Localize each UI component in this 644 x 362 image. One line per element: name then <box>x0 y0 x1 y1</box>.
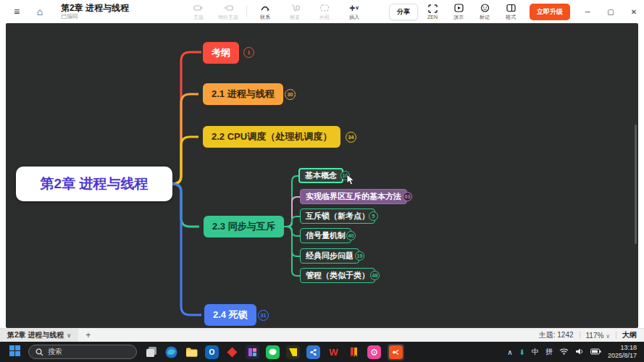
edge-browser-icon[interactable] <box>164 345 178 359</box>
diamond-app-icon[interactable] <box>225 345 239 359</box>
canvas-scrollbar[interactable] <box>635 125 637 244</box>
topic-kaogang[interactable]: 考纲 <box>203 42 239 64</box>
subtopic-mutex-lock[interactable]: 互斥锁（新考点） <box>300 209 375 224</box>
topic-2-2[interactable]: 2.2 CPU调度（处理机调度） <box>203 126 340 148</box>
search-input[interactable]: 搜索 <box>28 345 137 359</box>
subtopic-basic-concepts[interactable]: 基本概念 <box>298 168 343 183</box>
outline-button[interactable]: 大纲 <box>622 330 637 340</box>
collapse-badge[interactable]: 63 <box>403 192 412 201</box>
tray-chevron-up-icon[interactable]: ∧ <box>507 348 512 356</box>
topic-button[interactable]: 主题 <box>187 3 210 21</box>
time: 13:18 <box>608 344 637 352</box>
zen-mode-icon <box>428 4 438 14</box>
collapse-badge[interactable]: 34 <box>346 132 356 143</box>
outlook-icon[interactable]: O <box>205 345 219 359</box>
notes-app-icon[interactable] <box>286 345 300 359</box>
summary-button[interactable]: 概要 <box>283 3 306 21</box>
volume-icon[interactable] <box>575 348 584 357</box>
media-app-icon[interactable] <box>367 345 381 359</box>
subtopic-icon <box>223 3 233 13</box>
hamburger-menu-icon[interactable]: ≡ <box>9 4 25 20</box>
mouse-cursor-icon <box>345 174 356 190</box>
subtopic-button[interactable]: 细分主题 <box>217 3 240 21</box>
subtopic-classic-sync[interactable]: 经典同步问题 <box>300 248 359 264</box>
upgrade-button[interactable]: 立即升级 <box>530 4 570 20</box>
wps-icon[interactable]: W <box>327 345 340 359</box>
document-title: 第2章 进程与线程 <box>61 4 129 13</box>
topic-2-1[interactable]: 2.1 进程与线程 <box>203 83 283 105</box>
collapse-badge[interactable]: 48 <box>370 271 380 280</box>
present-button[interactable]: 演示 <box>447 3 470 21</box>
marker-button[interactable]: 标记 <box>473 3 496 21</box>
bookmark-app-icon[interactable] <box>347 345 361 359</box>
clock[interactable]: 13:18 2025/8/17 <box>608 344 637 361</box>
close-button[interactable]: ✕ <box>624 1 644 22</box>
topic-2-3[interactable]: 2.3 同步与互斥 <box>204 216 284 237</box>
smiley-icon <box>480 3 490 13</box>
zoom-control[interactable]: 117% ∨ <box>586 332 610 340</box>
maximize-button[interactable]: ▢ <box>601 1 621 22</box>
toolbar-divider <box>246 6 247 17</box>
date: 2025/8/17 <box>608 352 637 360</box>
home-icon[interactable]: ⌂ <box>32 4 48 20</box>
collapse-badge[interactable]: 19 <box>355 251 364 261</box>
ime-language-button[interactable]: 中 <box>532 347 539 357</box>
format-panel-icon <box>506 3 516 13</box>
task-view-icon[interactable] <box>144 345 158 359</box>
file-explorer-icon[interactable] <box>185 345 198 359</box>
add-sheet-button[interactable]: + <box>85 330 91 340</box>
grid-app-icon[interactable] <box>246 345 259 359</box>
play-icon <box>454 3 464 13</box>
share-button[interactable]: 分享 <box>389 4 418 20</box>
boundary-icon <box>319 3 330 13</box>
summary-icon <box>290 3 300 13</box>
mindmap-app-icon <box>389 345 403 359</box>
search-icon <box>35 348 43 356</box>
wifi-icon[interactable] <box>559 348 569 356</box>
insert-button[interactable]: + ∨ 插入 <box>343 3 366 21</box>
subtopic-monitor[interactable]: 管程（类似于类） <box>300 268 375 283</box>
titlebar: ≡ ⌂ 第2章 进程与线程 已编辑 主题 细分主题 联系 概要 外框 + <box>0 0 644 23</box>
download-arrow-icon[interactable]: ⬇ <box>519 348 525 356</box>
status-bar: 第2章 进程与线程 ∨ + 主题: 1242 117% ∨ 大纲 <box>0 328 644 342</box>
collapse-badge[interactable]: 30 <box>285 89 296 100</box>
save-status: 已编辑 <box>61 14 129 20</box>
sheet-tab[interactable]: 第2章 进程与线程 ∨ <box>0 329 78 342</box>
zen-button[interactable]: ZEN <box>421 4 444 20</box>
battery-icon[interactable] <box>590 348 601 356</box>
start-button[interactable] <box>9 345 21 360</box>
collapse-badge[interactable]: 31 <box>258 310 269 321</box>
cloud-share-app-icon[interactable] <box>306 345 320 359</box>
topic-2-4[interactable]: 2.4 死锁 <box>204 304 256 326</box>
mindmap-canvas[interactable]: 第2章 进程与线程 考纲 1 2.1 进程与线程 30 2.2 CPU调度（处理… <box>6 23 638 328</box>
minimize-button[interactable]: ─ <box>577 1 598 22</box>
topic-count: 主题: 1242 <box>539 330 574 340</box>
relationship-button[interactable]: 联系 <box>254 3 277 21</box>
relationship-icon <box>260 3 270 13</box>
collapse-badge[interactable]: 40 <box>346 231 356 240</box>
topic-icon <box>193 3 204 13</box>
chevron-down-icon: ∨ <box>67 332 71 339</box>
mindmap-app-active[interactable] <box>388 344 404 361</box>
toolbar: 主题 细分主题 联系 概要 外框 + ∨ 插入 <box>187 0 366 23</box>
format-button[interactable]: 格式 <box>499 3 522 21</box>
chevron-down-icon: ∨ <box>606 333 610 340</box>
ime-mode-button[interactable]: 拼 <box>545 347 553 357</box>
collapse-badge[interactable]: 5 <box>369 211 378 221</box>
root-topic[interactable]: 第2章 进程与线程 <box>16 167 172 201</box>
subtopic-critical-section[interactable]: 实现临界区互斥的基本方法 <box>300 189 407 204</box>
collapse-badge[interactable]: 1 <box>243 47 254 58</box>
subtopic-semaphore[interactable]: 信号量机制 <box>300 228 351 243</box>
windows-taskbar: 搜索 O W ∧ ⬇ 中 拼 13:18 2025/8/17 <box>0 342 644 362</box>
insert-plus-icon: + ∨ <box>349 3 359 13</box>
boundary-button[interactable]: 外框 <box>313 3 336 21</box>
wechat-icon[interactable] <box>266 345 280 359</box>
